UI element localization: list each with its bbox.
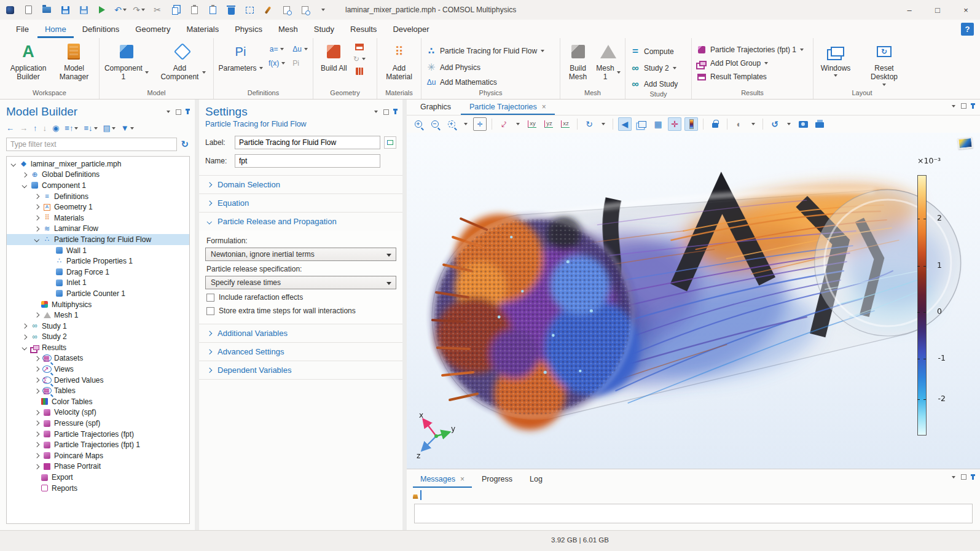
panel-splitter[interactable] [402, 100, 407, 530]
label-input[interactable] [235, 136, 380, 149]
undo-icon[interactable]: ↶ [116, 5, 125, 15]
float-panel-icon[interactable] [961, 474, 966, 480]
tree-item-views[interactable]: ↗Views [7, 364, 189, 375]
float-panel-icon[interactable] [961, 103, 966, 109]
preview-icon[interactable] [281, 5, 291, 15]
duplicate-icon[interactable] [208, 5, 218, 15]
transparency-icon[interactable] [635, 117, 648, 131]
forward-icon[interactable]: → [20, 123, 28, 133]
application-builder-button[interactable]: A Application Builder [5, 41, 52, 83]
pin-icon[interactable] [972, 475, 974, 480]
menu-physics[interactable]: Physics [227, 21, 270, 38]
nonlocal-couplings-button[interactable]: Δu [292, 45, 308, 53]
select-box-icon[interactable] [245, 5, 254, 15]
move-up-icon[interactable]: ↑ [33, 123, 37, 133]
tree-item-export[interactable]: Export [7, 472, 189, 483]
parameters-button[interactable]: Pi Parameters [219, 41, 262, 74]
result-templates-button[interactable]: Result Templates [697, 72, 804, 81]
menu-materials[interactable]: Materials [179, 21, 226, 38]
save-icon[interactable] [60, 5, 70, 15]
tree-item-definitions[interactable]: ≡Definitions [7, 191, 189, 202]
reset-desktop-button[interactable]: ↻ Reset Desktop [863, 41, 906, 87]
tree-item-particle-counter-1[interactable]: Particle Counter 1 [7, 288, 189, 299]
maximize-button[interactable]: □ [923, 0, 952, 20]
section-equation[interactable]: Equation [199, 193, 402, 212]
tree-item-global-definitions[interactable]: ⊕Global Definitions [7, 170, 189, 181]
clear-selection-icon[interactable] [263, 5, 273, 15]
go-to-view-caret[interactable] [514, 117, 522, 131]
rename-icon[interactable] [384, 136, 396, 149]
print-icon[interactable] [813, 117, 826, 131]
go-to-view-icon[interactable]: ⤦ [497, 117, 511, 131]
tree-item-derived-values[interactable]: ΣDerived Values [7, 375, 189, 386]
tree-item-poincare-maps[interactable]: Poincaré Maps [7, 450, 189, 461]
insert-sequence-icon[interactable] [355, 44, 364, 50]
zoom-out-icon[interactable] [428, 117, 442, 131]
functions-button[interactable]: f(x) [269, 59, 285, 68]
tree-item-phase-portrait[interactable]: Phase Portrait [7, 461, 189, 472]
particle-tracing-ribbon-button[interactable]: ∴ Particle Tracing for Fluid Flow [426, 45, 544, 57]
view-yz-icon[interactable]: yz [542, 117, 555, 131]
save-as-icon[interactable] [79, 5, 88, 15]
expand-tree-icon[interactable]: ≡↑ [65, 123, 78, 133]
menu-geometry[interactable]: Geometry [128, 21, 178, 38]
tree-item-wall-1[interactable]: Wall 1 [7, 245, 189, 256]
pin-icon[interactable] [187, 109, 189, 114]
tab-messages[interactable]: Messages× [413, 472, 472, 488]
help-button[interactable]: ? [961, 23, 974, 36]
view-xy-icon[interactable]: xy [525, 117, 539, 131]
image-snapshot-icon[interactable] [796, 117, 810, 131]
tab-graphics[interactable]: Graphics [412, 100, 460, 115]
back-icon[interactable]: ← [6, 123, 14, 133]
filter-input[interactable] [6, 138, 177, 151]
redo-icon[interactable]: ↷ [134, 5, 144, 15]
tree-item-velocity[interactable]: Velocity (spf) [7, 407, 189, 418]
name-input[interactable] [235, 154, 380, 168]
rarefaction-checkbox[interactable] [206, 294, 214, 302]
tree-item-results[interactable]: Results [7, 342, 189, 353]
add-study-button[interactable]: ∞ Add Study [630, 79, 678, 90]
pin-icon[interactable] [394, 109, 396, 114]
tree-item-inlet-1[interactable]: Inlet 1 [7, 278, 189, 289]
study-2-button[interactable]: ∞ Study 2 [630, 63, 678, 74]
tree-item-particle-trajectories-fpt-1[interactable]: Particle Trajectories (fpt) 1 [7, 439, 189, 450]
environment-reflections-icon[interactable]: ◐ [732, 117, 746, 131]
tab-progress[interactable]: Progress [474, 472, 520, 488]
zoom-in-icon[interactable] [412, 117, 425, 131]
tree-item-datasets[interactable]: ▦Datasets [7, 353, 189, 364]
tree-item-color-tables[interactable]: Color Tables [7, 396, 189, 407]
add-material-button[interactable]: ⠿ Add Material [382, 41, 416, 83]
show-axis-orientation-icon[interactable]: ✛ [668, 117, 681, 131]
zoom-extents-icon[interactable]: ✛ [473, 117, 487, 131]
menu-study[interactable]: Study [307, 21, 342, 38]
tree-item-mesh-1[interactable]: Mesh 1 [7, 310, 189, 321]
menu-mesh[interactable]: Mesh [271, 21, 305, 38]
grid-icon[interactable]: ▦ [651, 117, 665, 131]
rotate-icon[interactable]: ↻ [582, 117, 596, 131]
tree-item-multiphysics[interactable]: Multiphysics [7, 299, 189, 310]
float-panel-icon[interactable] [383, 109, 389, 115]
zoom-box-caret[interactable] [461, 117, 470, 131]
move-down-icon[interactable]: ↓ [43, 123, 47, 133]
graphics-canvas[interactable]: ×10⁻³ 2 1 0 -1 -2 [407, 133, 980, 469]
filter-icon[interactable]: ▼ [121, 123, 134, 133]
windows-button[interactable]: Windows [818, 41, 853, 78]
tree-item-materials[interactable]: ⠿Materials [7, 213, 189, 224]
tab-log[interactable]: Log [522, 472, 550, 488]
section-additional-variables[interactable]: Additional Variables [199, 324, 402, 342]
close-tab-icon[interactable]: × [542, 103, 546, 111]
section-dependent-variables[interactable]: Dependent Variables [199, 361, 402, 380]
add-mathematics-button[interactable]: Δu Add Mathematics [426, 78, 544, 87]
cut-icon[interactable]: ✂ [152, 5, 162, 15]
section-advanced-settings[interactable]: Advanced Settings [199, 342, 402, 361]
show-color-legend-icon[interactable] [684, 117, 698, 131]
tree-item-laminar-flow[interactable]: ≋Laminar Flow [7, 224, 189, 235]
section-particle-release[interactable]: Particle Release and Propagation [199, 212, 402, 230]
close-tab-icon[interactable]: × [460, 475, 465, 483]
minimize-button[interactable]: – [895, 0, 923, 20]
formulation-select[interactable]: Newtonian, ignore inertial terms [205, 248, 396, 261]
refresh-icon[interactable]: ↻ [181, 139, 189, 150]
update-plot-icon[interactable]: ↺ [768, 117, 782, 131]
panel-menu-icon[interactable] [952, 476, 955, 479]
node-options-icon[interactable]: ▤ [103, 123, 116, 133]
